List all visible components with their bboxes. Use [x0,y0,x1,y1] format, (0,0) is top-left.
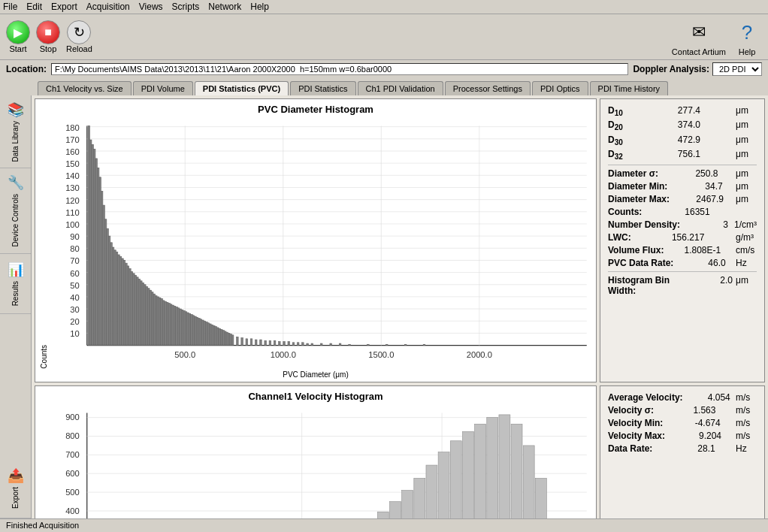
start-group: ▶ Start [6,20,30,53]
stats-value-velocity-sigma: 1.563 [670,405,715,416]
svg-rect-85 [161,298,162,345]
status-text: Finished Acquisition [6,521,79,530]
stats-unit-histogram-bin-width: μm [736,275,757,286]
svg-rect-143 [339,343,340,345]
svg-rect-200 [499,415,510,518]
stats-value-velocity-max: 9.204 [676,431,721,441]
stats-row-d30: D30 472.9 μm [608,135,757,147]
sidebar-label-device-controls: Device Controls [11,194,20,247]
tab-pdi-statistics[interactable]: PDI Statistics [290,81,355,95]
menu-views[interactable]: Views [139,2,163,12]
stats-label-velocity-max: Velocity Max: [608,431,665,441]
stats-label-d10: D10 [608,105,623,117]
svg-rect-86 [162,301,164,346]
stats-divider-1 [608,165,757,165]
sidebar-item-export[interactable]: 📤 Export [0,458,31,518]
svg-rect-92 [174,306,175,345]
stats-unit-d20: μm [736,119,757,130]
stats-row-number-density: Number Density: 3 1/cm³ [608,219,757,230]
svg-text:800: 800 [65,431,80,440]
reload-button[interactable]: ↻ [67,20,91,44]
start-button[interactable]: ▶ [6,20,30,44]
svg-rect-122 [230,334,231,346]
svg-rect-132 [274,340,275,345]
tab-pdi-statistics-pvc[interactable]: PDI Statistics (PVC) [195,81,289,95]
svg-rect-80 [152,292,153,346]
contact-button[interactable]: ✉ [684,17,714,47]
tab-pdi-optics[interactable]: PDI Optics [532,81,588,95]
svg-rect-193 [414,478,425,518]
svg-rect-199 [487,417,498,518]
stats-value-d20: 374.0 [655,119,700,130]
menu-export[interactable]: Export [51,2,77,12]
stats-value-volume-flux: 1.808E-1 [676,245,721,255]
stop-button[interactable]: ■ [36,20,60,44]
menu-scripts[interactable]: Scripts [172,2,200,12]
doppler-select[interactable]: 2D PDI [712,62,762,76]
sidebar-item-device-controls[interactable]: 🔧 Device Controls [0,168,31,254]
svg-text:10: 10 [70,329,79,338]
location-input[interactable] [51,63,628,75]
tab-ch1-pdi-validation[interactable]: Ch1 PDI Validation [358,81,443,95]
svg-rect-60 [114,250,116,346]
tab-pdi-time-history[interactable]: PDI Time History [590,81,669,95]
stats-value-d10: 277.4 [655,105,700,116]
svg-rect-107 [202,320,204,346]
svg-rect-127 [250,339,252,346]
stats-value-pvc-data-rate: 46.0 [681,258,726,268]
main-content: 📚 Data Library 🔧 Device Controls 📊 Resul… [0,95,768,518]
svg-rect-49 [93,150,95,346]
svg-rect-47 [89,140,91,345]
stats-label-volume-flux: Volume Flux: [608,245,664,255]
svg-rect-52 [99,177,101,346]
svg-rect-98 [185,312,186,346]
stats-label-d20: D20 [608,119,623,131]
tab-ch1-velocity-vs-size[interactable]: Ch1 Velocity vs. Size [38,81,132,95]
location-label: Location: [6,64,47,74]
svg-rect-202 [523,446,534,518]
svg-rect-124 [237,337,238,345]
menu-help[interactable]: Help [250,2,269,12]
menu-acquisition[interactable]: Acquisition [86,2,130,12]
tab-pdi-volume[interactable]: PDI Volume [133,81,193,95]
export-icon: 📤 [8,467,24,484]
svg-text:400: 400 [65,506,80,515]
stats-label-counts: Counts: [608,207,642,217]
svg-rect-68 [129,269,131,346]
tab-processor-settings[interactable]: Processor Settings [445,81,531,95]
sidebar-item-results[interactable]: 📊 Results [0,254,31,314]
svg-rect-203 [535,478,546,518]
stats-value-avg-velocity: 4.054 [685,392,730,403]
stats-label-d32: D32 [608,149,623,161]
help-button[interactable]: ? [732,17,762,47]
svg-rect-139 [307,343,308,345]
location-bar: Location: Doppler Analysis: 2D PDI [0,60,768,78]
stats-label-histogram-bin-width: Histogram Bin Width: [608,275,688,296]
menu-edit[interactable]: Edit [26,2,42,12]
reload-group: ↻ Reload [66,20,92,53]
svg-rect-59 [112,247,113,346]
svg-rect-196 [450,440,461,518]
stop-label: Stop [40,44,57,53]
svg-rect-131 [269,340,271,345]
tabbar: Ch1 Velocity vs. Size PDI Volume PDI Sta… [0,78,768,95]
svg-rect-197 [462,431,473,518]
svg-rect-114 [215,327,216,346]
stats-unit-velocity-sigma: m/s [736,405,757,416]
svg-text:30: 30 [70,305,79,314]
stats-label-pvc-data-rate: PVC Data Rate: [608,258,673,268]
data-library-icon: 📚 [8,101,24,118]
reload-label: Reload [66,44,92,53]
menu-network[interactable]: Network [208,2,241,12]
pvc-chart-panel: PVC Diameter Histogram Counts 10 20 30 4… [35,98,597,382]
svg-text:80: 80 [70,244,79,253]
menu-file[interactable]: File [3,2,17,12]
stats-unit-diameter-max: μm [736,194,757,204]
svg-rect-108 [204,321,205,345]
stats-row-velocity-sigma: Velocity σ: 1.563 m/s [608,405,757,416]
sidebar-item-data-library[interactable]: 📚 Data Library [0,95,31,168]
stats-value-d32: 756.1 [655,149,700,159]
stats-row-diameter-max: Diameter Max: 2467.9 μm [608,194,757,204]
svg-rect-79 [150,290,151,345]
svg-rect-54 [103,205,104,345]
